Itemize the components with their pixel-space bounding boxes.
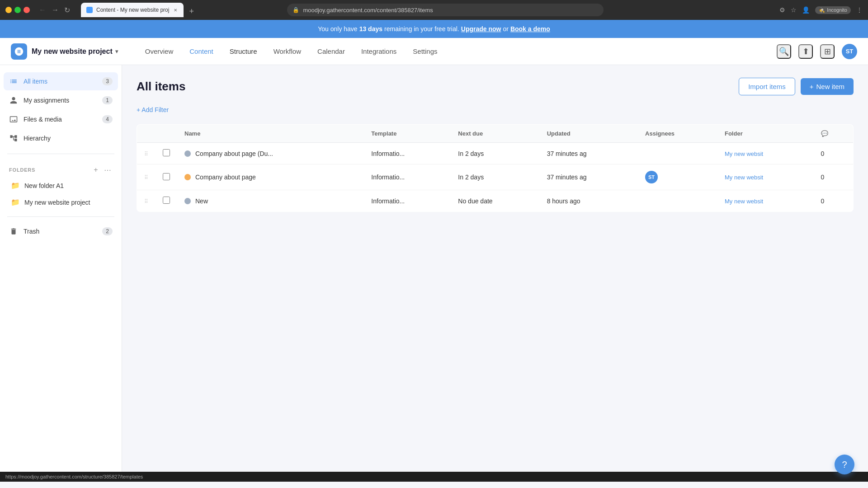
upgrade-now-link[interactable]: Upgrade now bbox=[461, 25, 501, 33]
sidebar-item-all-items[interactable]: All items 3 bbox=[4, 72, 118, 90]
name-cell[interactable]: New bbox=[177, 190, 364, 212]
trash-label: Trash bbox=[24, 228, 97, 235]
drag-handle-icon[interactable]: ⠿ bbox=[144, 151, 148, 157]
trash-svg bbox=[9, 227, 18, 235]
logo-area[interactable]: My new website project ▾ bbox=[11, 43, 118, 60]
updated-cell: 37 minutes ag bbox=[540, 143, 638, 164]
minimize-button[interactable] bbox=[5, 7, 12, 13]
folders-label: FOLDERS bbox=[9, 167, 35, 173]
address-bar[interactable]: 🔒 moodjoy.gathercontent.com/content/3858… bbox=[287, 4, 604, 16]
assignees-cell: ST bbox=[638, 164, 717, 190]
folder-link[interactable]: My new websit bbox=[725, 174, 763, 181]
chevron-down-icon: ▾ bbox=[115, 48, 118, 55]
col-assignees[interactable]: Assignees bbox=[638, 125, 717, 143]
table-row[interactable]: ⠿ New Informatio... No due date 8 hours … bbox=[137, 190, 854, 212]
due-cell: In 2 days bbox=[451, 164, 539, 190]
drag-cell[interactable]: ⠿ bbox=[137, 164, 156, 190]
folder-new-folder-a1[interactable]: 📁 New folder A1 bbox=[4, 178, 118, 193]
drag-cell[interactable]: ⠿ bbox=[137, 143, 156, 164]
new-tab-button[interactable]: + bbox=[185, 7, 198, 16]
folder-project-label: My new website project bbox=[24, 199, 90, 206]
checkbox-cell[interactable] bbox=[156, 164, 177, 190]
grid-button[interactable]: ⊞ bbox=[820, 44, 835, 59]
project-name: My new website project ▾ bbox=[32, 47, 118, 56]
row-checkbox[interactable] bbox=[163, 197, 170, 204]
help-button[interactable]: ? bbox=[835, 455, 854, 474]
nav-overview[interactable]: Overview bbox=[138, 44, 181, 59]
updated-cell: 8 hours ago bbox=[540, 190, 638, 212]
nav-workflow[interactable]: Workflow bbox=[266, 44, 308, 59]
sidebar: All items 3 My assignments 1 bbox=[0, 65, 122, 472]
row-checkbox[interactable] bbox=[163, 149, 170, 156]
lock-icon: 🔒 bbox=[292, 7, 299, 13]
close-button[interactable] bbox=[24, 7, 30, 13]
col-updated[interactable]: Updated bbox=[540, 125, 638, 143]
trial-banner: You only have 13 days remaining in your … bbox=[0, 20, 868, 38]
book-demo-link[interactable]: Book a demo bbox=[510, 25, 550, 33]
drag-cell[interactable]: ⠿ bbox=[137, 190, 156, 212]
folder-my-new-website-project[interactable]: 📁 My new website project bbox=[4, 194, 118, 210]
name-cell[interactable]: Company about page (Du... bbox=[177, 143, 364, 164]
table-row[interactable]: ⠿ Company about page (Du... Informatio..… bbox=[137, 143, 854, 164]
page-header: All items Import items + New item bbox=[137, 78, 854, 95]
profile-icon[interactable]: 👤 bbox=[802, 6, 810, 14]
extensions-icon[interactable]: ⚙ bbox=[779, 6, 785, 14]
more-icon[interactable]: ⋮ bbox=[856, 6, 863, 14]
active-tab[interactable]: Content - My new website proj ✕ bbox=[81, 3, 184, 17]
tab-favicon bbox=[86, 7, 93, 13]
url-text: moodjoy.gathercontent.com/content/385827… bbox=[303, 7, 598, 14]
sidebar-item-my-assignments[interactable]: My assignments 1 bbox=[4, 91, 118, 109]
sidebar-item-files-media[interactable]: Files & media 4 bbox=[4, 110, 118, 128]
hierarchy-label: Hierarchy bbox=[24, 135, 113, 142]
item-name-cell: Company about page bbox=[184, 174, 357, 181]
nav-integrations[interactable]: Integrations bbox=[354, 44, 404, 59]
incognito-icon: 🕵 bbox=[819, 7, 825, 13]
new-item-button[interactable]: + New item bbox=[801, 78, 854, 95]
forward-button[interactable]: → bbox=[50, 5, 61, 15]
folder-a1-label: New folder A1 bbox=[24, 182, 64, 189]
drag-handle-icon[interactable]: ⠿ bbox=[144, 198, 148, 205]
folder-cell[interactable]: My new websit bbox=[717, 143, 814, 164]
search-button[interactable]: 🔍 bbox=[777, 44, 791, 59]
due-cell: No due date bbox=[451, 190, 539, 212]
name-cell[interactable]: Company about page bbox=[177, 164, 364, 190]
sidebar-divider-2 bbox=[7, 216, 114, 217]
sidebar-item-hierarchy[interactable]: Hierarchy bbox=[4, 129, 118, 147]
table-row[interactable]: ⠿ Company about page Informatio... In 2 … bbox=[137, 164, 854, 190]
nav-structure[interactable]: Structure bbox=[222, 44, 264, 59]
folder-cell[interactable]: My new websit bbox=[717, 164, 814, 190]
col-folder[interactable]: Folder bbox=[717, 125, 814, 143]
add-folder-button[interactable]: + bbox=[91, 165, 101, 175]
col-template[interactable]: Template bbox=[364, 125, 451, 143]
folder-actions: + ⋯ bbox=[91, 165, 113, 175]
nav-settings[interactable]: Settings bbox=[406, 44, 444, 59]
nav-calendar[interactable]: Calendar bbox=[310, 44, 352, 59]
folder-link[interactable]: My new websit bbox=[725, 198, 763, 205]
reload-button[interactable]: ↻ bbox=[62, 5, 72, 15]
tab-close-icon[interactable]: ✕ bbox=[173, 7, 178, 14]
header-actions: Import items + New item bbox=[739, 78, 854, 95]
folder-icon: 📁 bbox=[11, 181, 20, 190]
avatar[interactable]: ST bbox=[842, 44, 857, 59]
checkbox-cell[interactable] bbox=[156, 190, 177, 212]
folder-more-button[interactable]: ⋯ bbox=[103, 165, 113, 175]
back-button[interactable]: ← bbox=[37, 5, 48, 15]
row-checkbox[interactable] bbox=[163, 173, 170, 180]
trash-icon bbox=[9, 227, 18, 236]
folder-link[interactable]: My new websit bbox=[725, 150, 763, 157]
maximize-button[interactable] bbox=[14, 7, 21, 13]
add-filter-button[interactable]: + Add Filter bbox=[137, 104, 169, 115]
drag-handle-icon[interactable]: ⠿ bbox=[144, 174, 148, 181]
new-item-label: New item bbox=[816, 83, 844, 90]
export-button[interactable]: ⬆ bbox=[798, 44, 813, 59]
checkbox-cell[interactable] bbox=[156, 143, 177, 164]
import-items-button[interactable]: Import items bbox=[739, 78, 795, 95]
bookmark-icon[interactable]: ☆ bbox=[791, 6, 797, 14]
nav-content[interactable]: Content bbox=[182, 44, 221, 59]
col-next-due[interactable]: Next due bbox=[451, 125, 539, 143]
comment-icon: 💬 bbox=[821, 130, 828, 137]
folder-cell[interactable]: My new websit bbox=[717, 190, 814, 212]
sidebar-item-trash[interactable]: Trash 2 bbox=[4, 222, 118, 240]
status-bar: https://moodjoy.gathercontent.com/struct… bbox=[0, 472, 868, 482]
trial-text-or: or bbox=[503, 25, 508, 33]
